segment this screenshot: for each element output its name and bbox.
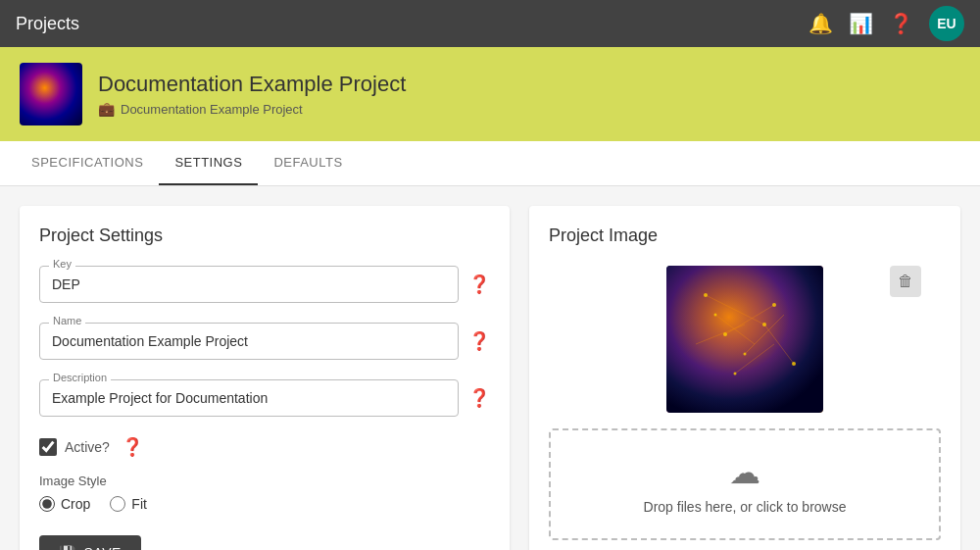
name-input[interactable] bbox=[39, 323, 459, 360]
nav-icons: 🔔 📊 ❓ EU bbox=[808, 6, 964, 41]
project-thumbnail bbox=[20, 63, 82, 125]
project-info: Documentation Example Project 💼 Document… bbox=[98, 72, 406, 117]
description-field-row: ❓ bbox=[39, 379, 490, 417]
svg-rect-0 bbox=[666, 266, 823, 413]
key-label: Key bbox=[49, 258, 75, 270]
key-input[interactable] bbox=[39, 266, 459, 303]
active-checkbox[interactable] bbox=[39, 438, 57, 456]
radio-group: Crop Fit bbox=[39, 496, 490, 512]
svg-point-15 bbox=[734, 373, 737, 375]
tab-settings[interactable]: SETTINGS bbox=[159, 141, 258, 185]
project-title: Documentation Example Project bbox=[98, 72, 406, 97]
briefcase-icon: 💼 bbox=[98, 101, 115, 117]
description-help-icon[interactable]: ❓ bbox=[468, 387, 490, 409]
avatar-label: EU bbox=[937, 16, 956, 31]
name-field-group: Name ❓ bbox=[39, 323, 490, 360]
name-label: Name bbox=[49, 315, 85, 326]
svg-point-10 bbox=[792, 362, 796, 366]
fit-option[interactable]: Fit bbox=[110, 496, 147, 512]
description-input[interactable] bbox=[39, 379, 459, 417]
name-help-icon[interactable]: ❓ bbox=[468, 330, 490, 352]
tabs-bar: SPECIFICATIONS SETTINGS DEFAULTS bbox=[0, 141, 980, 186]
image-style-label: Image Style bbox=[39, 474, 490, 488]
user-avatar[interactable]: EU bbox=[929, 6, 964, 41]
image-preview-container: 🗑 bbox=[549, 266, 941, 413]
key-field-group: Key ❓ bbox=[39, 266, 490, 303]
crop-label[interactable]: Crop bbox=[61, 496, 90, 512]
project-subtitle-text: Documentation Example Project bbox=[121, 102, 303, 117]
top-nav: Projects 🔔 📊 ❓ EU bbox=[0, 0, 980, 47]
help-icon[interactable]: ❓ bbox=[889, 12, 913, 35]
tab-specifications[interactable]: SPECIFICATIONS bbox=[16, 141, 159, 185]
save-icon: 💾 bbox=[59, 545, 76, 550]
notification-icon[interactable]: 🔔 bbox=[808, 12, 833, 35]
save-label: SAVE bbox=[84, 545, 122, 550]
description-label: Description bbox=[49, 372, 111, 383]
project-header: Documentation Example Project 💼 Document… bbox=[0, 47, 980, 141]
project-subtitle: 💼 Documentation Example Project bbox=[98, 101, 406, 117]
name-field-row: ❓ bbox=[39, 323, 490, 360]
app-title: Projects bbox=[16, 14, 808, 34]
svg-point-11 bbox=[723, 332, 727, 336]
left-panel-title: Project Settings bbox=[39, 225, 490, 246]
right-panel: Project Image bbox=[529, 206, 960, 550]
svg-point-9 bbox=[762, 323, 766, 326]
right-panel-title: Project Image bbox=[549, 225, 941, 246]
upload-icon: ☁ bbox=[729, 454, 760, 491]
left-panel: Project Settings Key ❓ Name ❓ Descriptio… bbox=[20, 206, 510, 550]
active-help-icon[interactable]: ❓ bbox=[122, 436, 143, 458]
svg-point-8 bbox=[704, 293, 708, 297]
crop-option[interactable]: Crop bbox=[39, 496, 90, 512]
active-row: Active? ❓ bbox=[39, 436, 490, 458]
delete-image-button[interactable]: 🗑 bbox=[890, 266, 921, 297]
globe-svg bbox=[666, 266, 823, 413]
active-label[interactable]: Active? bbox=[65, 439, 110, 455]
delete-icon: 🗑 bbox=[898, 273, 913, 290]
tab-defaults[interactable]: DEFAULTS bbox=[258, 141, 358, 185]
drop-zone[interactable]: ☁ Drop files here, or click to browse bbox=[549, 428, 941, 540]
fit-label[interactable]: Fit bbox=[131, 496, 147, 512]
drop-text: Drop files here, or click to browse bbox=[644, 499, 847, 515]
chart-icon[interactable]: 📊 bbox=[849, 12, 873, 35]
key-help-icon[interactable]: ❓ bbox=[468, 274, 490, 295]
save-button[interactable]: 💾 SAVE bbox=[39, 535, 141, 550]
fit-radio[interactable] bbox=[110, 496, 125, 512]
key-field-row: ❓ bbox=[39, 266, 490, 303]
svg-point-14 bbox=[772, 303, 776, 307]
crop-radio[interactable] bbox=[39, 496, 55, 512]
svg-point-12 bbox=[744, 353, 747, 356]
image-preview bbox=[666, 266, 823, 413]
svg-point-13 bbox=[714, 314, 717, 317]
main-content: Project Settings Key ❓ Name ❓ Descriptio… bbox=[0, 186, 980, 550]
project-image-area: 🗑 ☁ Drop files here, or click to browse bbox=[549, 266, 941, 540]
description-field-group: Description ❓ bbox=[39, 379, 490, 417]
